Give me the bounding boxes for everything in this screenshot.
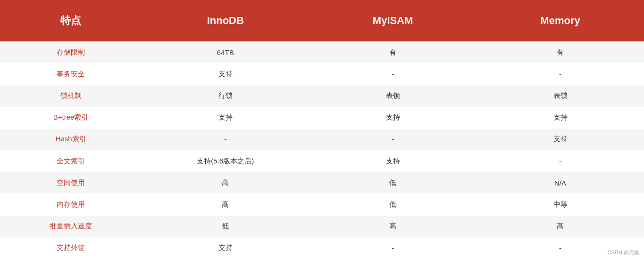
comparison-table: 特点 InnoDB MyISAM Memory 存储限制64TB有有事务安全支持… xyxy=(0,0,644,259)
cell-feature: 内存使用 xyxy=(0,194,142,215)
header-myisam: MyISAM xyxy=(309,0,477,41)
cell-feature: B+tree索引 xyxy=(0,107,142,129)
cell-myisam: 支持 xyxy=(309,107,477,129)
cell-feature: 支持外键 xyxy=(0,237,142,259)
table-row: 锁机制行锁表锁表锁 xyxy=(0,85,644,106)
cell-myisam: - xyxy=(309,129,477,150)
cell-myisam: 高 xyxy=(309,216,477,237)
cell-innodb: 高 xyxy=(142,194,309,215)
cell-innodb: 高 xyxy=(142,172,309,194)
cell-innodb: 支持(5.6版本之后) xyxy=(142,150,309,172)
cell-innodb: 64TB xyxy=(142,41,309,63)
cell-feature: 批量插入速度 xyxy=(0,216,142,237)
table-row: 事务安全支持-- xyxy=(0,63,644,85)
table-row: 支持外键支持-- xyxy=(0,237,644,259)
cell-innodb: 低 xyxy=(142,216,309,237)
cell-myisam: - xyxy=(309,237,477,259)
table-row: 全文索引支持(5.6版本之后)支持- xyxy=(0,150,644,172)
table-row: B+tree索引支持支持支持 xyxy=(0,107,644,129)
cell-memory: 表锁 xyxy=(477,85,644,106)
cell-memory: 有 xyxy=(477,41,644,63)
watermark: CSDN @充狼 xyxy=(608,249,639,256)
header-feature: 特点 xyxy=(0,0,142,41)
cell-memory: N/A xyxy=(477,172,644,194)
cell-memory: - xyxy=(477,150,644,172)
cell-memory: 支持 xyxy=(477,129,644,150)
table-row: 内存使用高低中等 xyxy=(0,194,644,215)
cell-innodb: - xyxy=(142,129,309,150)
cell-feature: 全文索引 xyxy=(0,150,142,172)
header-memory: Memory xyxy=(477,0,644,41)
header-innodb: InnoDB xyxy=(142,0,309,41)
cell-myisam: - xyxy=(309,63,477,85)
cell-innodb: 行锁 xyxy=(142,85,309,106)
cell-feature: 锁机制 xyxy=(0,85,142,106)
cell-feature: 存储限制 xyxy=(0,41,142,63)
cell-innodb: 支持 xyxy=(142,107,309,129)
table-row: 存储限制64TB有有 xyxy=(0,41,644,63)
comparison-table-wrapper: 特点 InnoDB MyISAM Memory 存储限制64TB有有事务安全支持… xyxy=(0,0,644,259)
table-body: 存储限制64TB有有事务安全支持--锁机制行锁表锁表锁B+tree索引支持支持支… xyxy=(0,41,644,259)
cell-myisam: 表锁 xyxy=(309,85,477,106)
table-row: 批量插入速度低高高 xyxy=(0,216,644,237)
cell-innodb: 支持 xyxy=(142,237,309,259)
cell-memory: 高 xyxy=(477,216,644,237)
cell-myisam: 低 xyxy=(309,172,477,194)
table-header-row: 特点 InnoDB MyISAM Memory xyxy=(0,0,644,41)
cell-myisam: 支持 xyxy=(309,150,477,172)
cell-memory: 支持 xyxy=(477,107,644,129)
cell-feature: 空间使用 xyxy=(0,172,142,194)
table-row: Hash索引--支持 xyxy=(0,129,644,150)
cell-feature: 事务安全 xyxy=(0,63,142,85)
cell-innodb: 支持 xyxy=(142,63,309,85)
cell-memory: - xyxy=(477,63,644,85)
table-row: 空间使用高低N/A xyxy=(0,172,644,194)
cell-myisam: 有 xyxy=(309,41,477,63)
cell-memory: 中等 xyxy=(477,194,644,215)
cell-myisam: 低 xyxy=(309,194,477,215)
cell-feature: Hash索引 xyxy=(0,129,142,150)
